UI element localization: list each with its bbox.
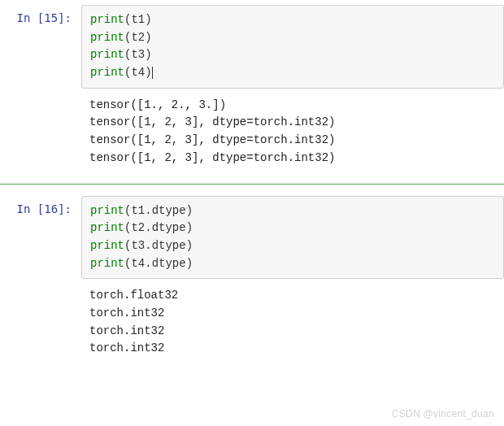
cell-separator (0, 184, 504, 185)
arg-name: t4.dtype (131, 257, 185, 270)
close-paren: ) (145, 13, 151, 26)
output-line: tensor([1, 2, 3], dtype=torch.int32) (89, 114, 496, 132)
code-input-area[interactable]: print(t1.dtype) print(t2.dtype) print(t3… (81, 196, 504, 280)
close-paren: ) (186, 239, 193, 252)
arg-name: t3.dtype (131, 239, 185, 252)
output-line: torch.int32 (89, 323, 496, 341)
input-prompt: In [16]: (0, 196, 81, 363)
output-line: torch.float32 (89, 287, 496, 305)
input-prompt: In [15]: (0, 5, 81, 172)
output-line: torch.int32 (89, 340, 496, 358)
close-paren: ) (186, 221, 193, 234)
prompt-number: [15]: (37, 11, 72, 24)
builtin-func: print (90, 204, 124, 217)
builtin-func: print (90, 257, 124, 270)
prompt-in-label: In (17, 11, 37, 24)
arg-name: t2 (131, 31, 145, 44)
code-input-area[interactable]: print(t1) print(t2) print(t3) print(t4) (81, 5, 504, 89)
notebook-cell: In [16]: print(t1.dtype) print(t2.dtype)… (0, 191, 504, 368)
close-paren: ) (145, 31, 151, 44)
prompt-in-label: In (17, 202, 37, 215)
output-area: tensor([1., 2., 3.]) tensor([1, 2, 3], d… (81, 89, 504, 172)
output-line: tensor([1, 2, 3], dtype=torch.int32) (89, 132, 496, 150)
builtin-func: print (90, 239, 124, 252)
code-line: print(t2) (90, 29, 495, 47)
code-line: print(t2.dtype) (90, 220, 495, 237)
text-cursor (152, 67, 153, 79)
builtin-func: print (90, 13, 124, 26)
output-area: torch.float32 torch.int32 torch.int32 to… (81, 279, 504, 363)
code-line: print(t4) (90, 64, 495, 82)
close-paren: ) (145, 48, 151, 61)
builtin-func: print (90, 31, 124, 44)
arg-name: t1 (131, 13, 145, 26)
cell-content: print(t1.dtype) print(t2.dtype) print(t3… (81, 196, 504, 363)
output-line: torch.int32 (89, 305, 496, 323)
close-paren: ) (145, 66, 151, 79)
arg-name: t4 (131, 66, 145, 79)
arg-name: t1.dtype (131, 204, 185, 217)
close-paren: ) (186, 257, 193, 270)
close-paren: ) (186, 204, 193, 217)
builtin-func: print (90, 48, 124, 61)
output-line: tensor([1, 2, 3], dtype=torch.int32) (89, 150, 496, 167)
arg-name: t3 (131, 48, 145, 61)
notebook-cell: In [15]: print(t1) print(t2) print(t3) p… (0, 0, 504, 177)
code-line: print(t3.dtype) (90, 237, 495, 255)
output-line: tensor([1., 2., 3.]) (89, 97, 496, 115)
code-line: print(t1.dtype) (90, 202, 495, 220)
arg-name: t2.dtype (131, 221, 185, 234)
prompt-number: [16]: (37, 202, 72, 215)
code-line: print(t4.dtype) (90, 255, 495, 273)
code-line: print(t1) (90, 11, 495, 29)
cell-content: print(t1) print(t2) print(t3) print(t4) … (81, 5, 504, 172)
builtin-func: print (90, 66, 124, 79)
builtin-func: print (90, 221, 124, 234)
code-line: print(t3) (90, 46, 495, 64)
watermark: CSDN @vincent_duan (392, 408, 494, 419)
